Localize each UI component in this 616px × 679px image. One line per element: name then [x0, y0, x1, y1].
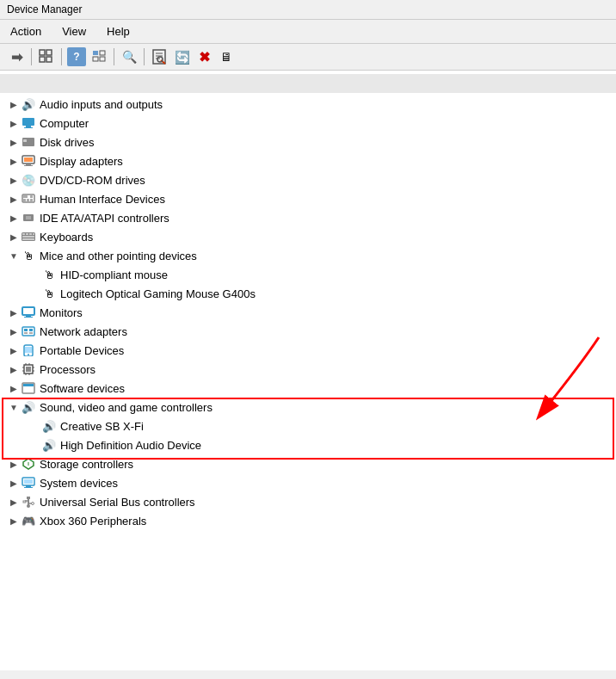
toolbar-search-btn[interactable]: 🔍	[120, 47, 139, 66]
expander-keyboards[interactable]: ▶	[7, 230, 21, 244]
svg-point-12	[157, 57, 163, 62]
toolbar-scan-btn[interactable]: 🖥	[217, 47, 236, 66]
keyboards-label: Keyboards	[40, 231, 93, 244]
tree-item-monitors[interactable]: ▶ Monitors	[0, 303, 616, 322]
title-bar: Device Manager	[0, 0, 616, 20]
svg-rect-24	[23, 195, 28, 198]
menu-help[interactable]: Help	[103, 23, 133, 40]
svg-rect-26	[27, 199, 29, 201]
expander-mice[interactable]: ▼	[7, 249, 21, 262]
svg-rect-15	[26, 126, 31, 127]
tree-item-hd-audio[interactable]: ▶ 🔊 High Definition Audio Device	[0, 435, 616, 454]
creative-label: Creative SB X-Fi	[60, 420, 144, 433]
svg-point-72	[32, 503, 34, 505]
hd-audio-label: High Definition Audio Device	[60, 439, 201, 452]
toolbar: ➡ ? 🔍 🔄 ✖	[0, 44, 616, 71]
toolbar-props-btn[interactable]	[150, 47, 169, 66]
display-icon	[21, 153, 36, 169]
tree-item-system[interactable]: ▶ System devices	[0, 473, 616, 492]
tree-item-ide[interactable]: ▶ IDE ATA/ATAPI controllers	[0, 208, 616, 227]
keyboards-icon	[21, 229, 36, 244]
tree-item-portable[interactable]: ▶ Portable Devices	[0, 341, 616, 360]
expander-xbox[interactable]: ▶	[7, 514, 21, 528]
toolbar-sep-3	[114, 48, 114, 65]
svg-rect-34	[29, 233, 32, 235]
root-node[interactable]	[0, 74, 616, 93]
toolbar-help-btn[interactable]: ?	[67, 47, 86, 66]
tree-item-mice[interactable]: ▼ 🖱 Mice and other pointing devices	[0, 246, 616, 265]
svg-rect-2	[40, 57, 45, 62]
expander-network[interactable]: ▶	[7, 324, 21, 338]
svg-rect-16	[24, 127, 33, 128]
sound-label: Sound, video and game controllers	[40, 401, 213, 414]
expander-disk[interactable]: ▶	[7, 135, 21, 149]
logitech-label: Logitech Optical Gaming Mouse G400s	[60, 287, 256, 300]
toolbar-sep-1	[31, 48, 32, 65]
svg-rect-42	[24, 329, 28, 331]
tree-item-computer[interactable]: ▶ Computer	[0, 114, 616, 133]
svg-rect-22	[24, 165, 33, 166]
mice-icon: 🖱	[21, 248, 36, 263]
sound-icon: 🔊	[21, 399, 36, 415]
storage-icon	[21, 456, 36, 472]
tree-item-network[interactable]: ▶ Network adapters	[0, 322, 616, 341]
svg-rect-33	[26, 233, 28, 235]
expander-sound[interactable]: ▼	[7, 400, 21, 414]
svg-rect-6	[93, 57, 98, 61]
menu-view[interactable]: View	[59, 23, 89, 40]
ide-label: IDE ATA/ATAPI controllers	[40, 212, 169, 225]
tree-item-usb[interactable]: ▶ Universal Serial Bus controllers	[0, 492, 616, 511]
app-title: Device Manager	[7, 3, 82, 15]
expander-ide[interactable]: ▶	[7, 211, 21, 225]
expander-software[interactable]: ▶	[7, 381, 21, 395]
tree-item-dvd[interactable]: ▶ 💿 DVD/CD-ROM drives	[0, 170, 616, 189]
tree-item-software[interactable]: ▶ Software devices	[0, 379, 616, 398]
toolbar-update-btn[interactable]: 🔄	[172, 47, 191, 66]
tree-item-sound[interactable]: ▼ 🔊 Sound, video and game controllers	[0, 398, 616, 417]
update-icon: 🔄	[174, 49, 189, 65]
tree-item-audio[interactable]: ▶ 🔊 Audio inputs and outputs	[0, 95, 616, 114]
expander-audio[interactable]: ▶	[7, 97, 21, 111]
disk-icon	[21, 134, 36, 150]
svg-rect-66	[24, 479, 33, 484]
menu-bar: Action View Help	[0, 20, 616, 44]
expander-system[interactable]: ▶	[7, 476, 21, 490]
hd-audio-icon: 🔊	[41, 437, 57, 453]
expander-usb[interactable]: ▶	[7, 495, 21, 509]
expander-dvd[interactable]: ▶	[7, 173, 21, 187]
expander-hid[interactable]: ▶	[7, 192, 21, 206]
tree-item-hid[interactable]: ▶ Human Interface Devices	[0, 189, 616, 208]
tree-item-processors[interactable]: ▶ Processors	[0, 360, 616, 379]
expander-monitors[interactable]: ▶	[7, 306, 21, 319]
tree-item-logitech[interactable]: ▶ 🖱 Logitech Optical Gaming Mouse G400s	[0, 284, 616, 303]
svg-rect-45	[29, 332, 33, 334]
tree-item-storage[interactable]: ▶ Storage controllers	[0, 454, 616, 473]
tree-item-hid-mouse[interactable]: ▶ 🖱 HID-compliant mouse	[0, 265, 616, 284]
expander-display[interactable]: ▶	[7, 154, 21, 168]
portable-icon	[21, 343, 36, 358]
hid-mouse-label: HID-compliant mouse	[60, 269, 168, 281]
svg-rect-64	[26, 485, 31, 487]
svg-rect-47	[25, 347, 32, 353]
expander-portable[interactable]: ▶	[7, 343, 21, 357]
tree-item-display[interactable]: ▶ Display adapters	[0, 151, 616, 170]
menu-action[interactable]: Action	[7, 23, 45, 40]
toolbar-view-btn[interactable]	[89, 47, 108, 66]
toolbar-grid1-btn[interactable]	[37, 47, 56, 66]
monitors-icon	[21, 305, 36, 320]
svg-rect-21	[26, 164, 31, 165]
toolbar-back-btn[interactable]: ➡	[7, 47, 26, 66]
svg-rect-3	[46, 57, 52, 62]
svg-rect-1	[46, 50, 52, 55]
system-icon	[21, 475, 36, 491]
tree-item-creative[interactable]: ▶ 🔊 Creative SB X-Fi	[0, 417, 616, 435]
tree-item-xbox[interactable]: ▶ 🎮 Xbox 360 Peripherals	[0, 511, 616, 530]
svg-rect-39	[26, 315, 31, 317]
expander-processors[interactable]: ▶	[7, 362, 21, 376]
tree-item-keyboards[interactable]: ▶ Keyboards	[0, 227, 616, 246]
expander-computer[interactable]: ▶	[7, 116, 21, 130]
tree-item-disk[interactable]: ▶ Disk drives	[0, 133, 616, 151]
toolbar-uninstall-btn[interactable]: ✖	[194, 47, 213, 66]
expander-storage[interactable]: ▶	[7, 457, 21, 471]
toolbar-sep-2	[61, 48, 62, 65]
